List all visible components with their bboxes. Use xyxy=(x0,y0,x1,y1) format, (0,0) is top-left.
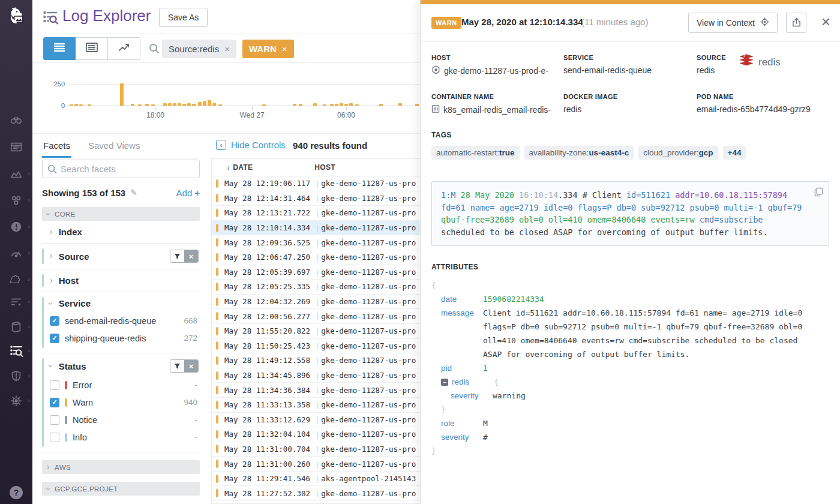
clear-filter-button[interactable]: × xyxy=(184,360,198,372)
log-row[interactable]: May 28 11:33:12.629|gke-demo-11287-us-pr… xyxy=(212,413,420,428)
field-value[interactable]: gke-demo-11287-us-prod-e- xyxy=(431,65,563,76)
facet-group-header-gcp-gce-projet[interactable]: ›GCP.GCE.PROJET xyxy=(42,482,200,496)
log-row[interactable]: May 28 12:09:36.525|gke-demo-11287-us-pr… xyxy=(212,235,420,250)
tag-pill[interactable]: automatic-restart:true xyxy=(431,146,520,160)
field-value[interactable]: send-email-redis-queue xyxy=(563,65,697,75)
chart-bar[interactable] xyxy=(178,103,181,106)
log-row[interactable]: May 28 11:34:36.384|gke-demo-11287-us-pr… xyxy=(212,383,420,398)
facet-value-row[interactable]: ✓shipping-queue-redis272 xyxy=(42,329,200,347)
attribute-row[interactable]: messageClient id=511621 addr=10.60.18.11… xyxy=(441,306,829,361)
search-query-bar[interactable]: Source:redis×WARN× xyxy=(162,40,294,58)
sidebar-item-metrics[interactable]: › xyxy=(0,162,32,186)
add-facet-button[interactable]: Add+ xyxy=(176,188,200,198)
share-button[interactable] xyxy=(786,13,806,33)
copy-icon[interactable] xyxy=(814,187,823,200)
chart-bar[interactable] xyxy=(198,102,202,106)
chart-bar[interactable] xyxy=(349,103,353,106)
log-row[interactable]: May 28 12:10:14.334|gke-demo-11287-us-pr… xyxy=(212,221,420,236)
tab-facets[interactable]: Facets xyxy=(42,134,71,157)
chart-bar[interactable] xyxy=(208,100,211,106)
facet-row-service[interactable]: ›Service xyxy=(42,298,200,308)
filter-token[interactable]: WARN× xyxy=(242,40,294,58)
sidebar-item-notebooks[interactable]: › xyxy=(0,315,32,339)
detail-view-button[interactable] xyxy=(76,37,108,60)
chart-bar[interactable] xyxy=(70,104,73,106)
filter-icon-button[interactable] xyxy=(170,250,184,262)
sidebar-item-apm[interactable]: › xyxy=(0,241,32,265)
facet-value-row[interactable]: ✓send-email-redis-queue668 xyxy=(42,312,200,329)
log-row[interactable]: May 28 11:25:03.884|vm-5f349d3d-6ce4-498… xyxy=(212,501,420,504)
host-column-header[interactable]: HOST xyxy=(314,163,335,172)
chart-bar[interactable] xyxy=(323,104,326,106)
log-row[interactable]: May 28 12:06:47.250|gke-demo-11287-us-pr… xyxy=(212,250,420,265)
facet-value-row[interactable]: Notice- xyxy=(42,411,200,428)
facet-row-index[interactable]: ›Index xyxy=(42,227,200,237)
tag-pill[interactable]: availability-zone:us-east4-c xyxy=(524,146,634,160)
chart-bar[interactable] xyxy=(293,104,296,106)
log-row[interactable]: May 28 11:50:25.423|gke-demo-11287-us-pr… xyxy=(212,339,420,354)
edit-facets-icon[interactable]: ✎ xyxy=(130,188,137,197)
timeseries-view-button[interactable] xyxy=(108,37,140,60)
log-row[interactable]: May 28 12:04:32.269|gke-demo-11287-us-pr… xyxy=(212,295,420,310)
sidebar-item-monitors[interactable]: › xyxy=(0,215,32,239)
sidebar-item-dashboards[interactable] xyxy=(0,135,32,159)
chart-bar[interactable] xyxy=(344,104,348,106)
log-row[interactable]: May 28 12:05:25.335|gke-demo-11287-us-pr… xyxy=(212,280,420,295)
remove-filter-icon[interactable]: × xyxy=(224,44,230,54)
chart-bar[interactable] xyxy=(187,103,191,106)
facet-value-row[interactable]: ✓Warn940 xyxy=(42,394,200,411)
checkbox-unchecked[interactable] xyxy=(50,415,59,425)
chart-bar[interactable] xyxy=(398,103,402,106)
checkbox-unchecked[interactable] xyxy=(50,380,59,390)
hide-controls-button[interactable]: ‹ Hide Controls xyxy=(216,140,286,150)
checkbox-unchecked[interactable] xyxy=(50,433,59,442)
log-row[interactable]: May 28 12:05:39.697|gke-demo-11287-us-pr… xyxy=(212,265,420,280)
log-row[interactable]: May 28 11:55:20.822|gke-demo-11287-us-pr… xyxy=(212,324,420,339)
chart-bar[interactable] xyxy=(182,104,186,106)
checkbox-checked[interactable]: ✓ xyxy=(50,316,59,326)
tag-pill[interactable]: +44 xyxy=(723,146,746,160)
remove-filter-icon[interactable]: × xyxy=(282,44,287,54)
datadog-logo[interactable] xyxy=(0,0,32,32)
chart-bar[interactable] xyxy=(415,104,419,106)
field-value[interactable]: email-redis-65b4774d49-gzrz9 xyxy=(697,104,829,114)
checkbox-checked[interactable]: ✓ xyxy=(50,334,59,343)
chart-bar[interactable] xyxy=(151,104,155,106)
chart-bar[interactable] xyxy=(173,103,176,106)
chart-bar[interactable] xyxy=(313,103,317,106)
close-panel-button[interactable]: × xyxy=(821,14,830,29)
chart-bar[interactable] xyxy=(145,104,149,106)
sidebar-item-security[interactable]: › xyxy=(0,364,32,388)
sidebar-item-watchdog[interactable] xyxy=(0,108,32,132)
attribute-row[interactable]: −redis{ xyxy=(441,375,829,389)
field-value[interactable]: redis xyxy=(563,104,697,114)
list-view-button[interactable] xyxy=(43,37,76,60)
log-row[interactable]: May 28 11:31:00.260|gke-demo-11287-us-pr… xyxy=(212,457,420,472)
attribute-row[interactable]: severitywarning xyxy=(451,389,829,403)
chart-bar[interactable] xyxy=(168,103,172,106)
log-row[interactable]: May 28 11:32:04.104|gke-demo-11287-us-pr… xyxy=(212,427,420,442)
facet-group-header-core[interactable]: ›CORE xyxy=(42,207,200,221)
sidebar-item-settings[interactable]: › xyxy=(0,389,32,413)
log-row[interactable]: May 28 11:31:00.704|gke-demo-11287-us-pr… xyxy=(212,442,420,457)
save-as-button[interactable]: Save As xyxy=(159,8,208,27)
chart-bar[interactable] xyxy=(212,103,216,106)
checkbox-checked[interactable]: ✓ xyxy=(50,398,59,407)
chart-bar[interactable] xyxy=(262,104,266,106)
chart-plot-area[interactable]: 250018:00Wed 2706:00 xyxy=(67,69,420,106)
chart-bar[interactable] xyxy=(192,104,196,106)
attribute-row[interactable]: pid1 xyxy=(441,361,829,375)
clear-filter-button[interactable]: × xyxy=(184,250,198,262)
filter-icon-button[interactable] xyxy=(170,360,184,372)
sidebar-item-integrations[interactable]: › xyxy=(0,268,32,292)
chart-bar[interactable] xyxy=(138,104,142,106)
facet-row-status[interactable]: ›Status× xyxy=(42,359,200,373)
view-in-context-button[interactable]: View in Context xyxy=(688,13,778,33)
collapse-node-icon[interactable]: − xyxy=(441,379,448,386)
chart-bar[interactable] xyxy=(163,103,167,106)
chart-bar[interactable] xyxy=(355,104,359,106)
log-row[interactable]: May 28 11:34:45.896|gke-demo-11287-us-pr… xyxy=(212,368,420,383)
sidebar-item-traces[interactable]: › xyxy=(0,290,32,314)
facet-group-header-aws[interactable]: ›AWS xyxy=(42,460,200,474)
attribute-row[interactable]: roleM xyxy=(441,416,829,430)
